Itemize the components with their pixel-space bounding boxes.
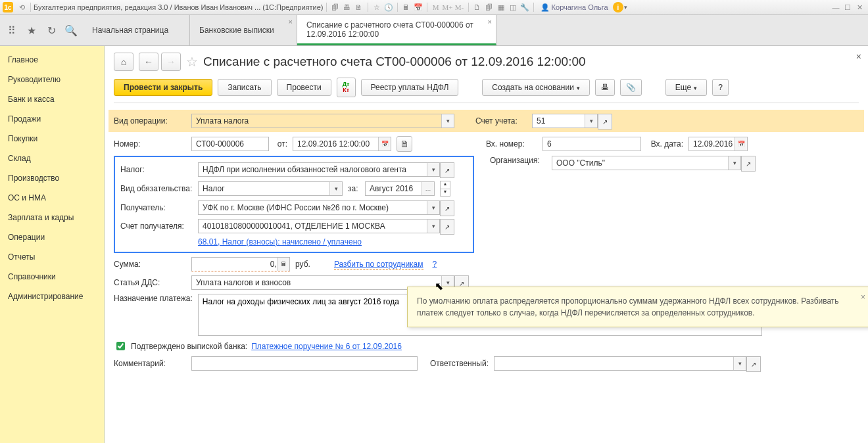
- sidebar-item-assets[interactable]: ОС и НМА: [0, 188, 104, 208]
- sidebar-item-purchases[interactable]: Покупки: [0, 129, 104, 149]
- nav-fwd-button[interactable]: →: [161, 53, 181, 71]
- reg-link[interactable]: 68.01, Налог (взносы): начислено / уплач…: [198, 237, 362, 246]
- recip-acc-input[interactable]: [198, 219, 440, 233]
- doc-icon[interactable]: 🗎: [397, 136, 412, 152]
- save-button[interactable]: Записать: [218, 79, 271, 96]
- post-button[interactable]: Провести: [277, 79, 331, 96]
- home-button[interactable]: ⌂: [114, 53, 133, 71]
- current-user[interactable]: 👤 Корчагина Ольга: [541, 3, 608, 12]
- number-label: Номер:: [114, 139, 186, 149]
- split-link[interactable]: Разбить по сотрудникам: [334, 260, 423, 269]
- search-icon[interactable]: 🔍: [64, 24, 78, 37]
- tax-input[interactable]: [198, 162, 440, 177]
- dropdown-icon[interactable]: ▾: [728, 156, 740, 170]
- minimize-icon[interactable]: —: [831, 2, 841, 12]
- ellipsis-icon[interactable]: …: [422, 182, 434, 195]
- sidebar-item-sales[interactable]: Продажи: [0, 109, 104, 129]
- help-button[interactable]: ?: [712, 79, 729, 96]
- sum-input[interactable]: [191, 257, 290, 271]
- confirmed-checkbox[interactable]: [116, 342, 125, 350]
- open-icon[interactable]: ↗: [598, 114, 612, 129]
- responsible-input[interactable]: [494, 356, 746, 371]
- tooltip-close-icon[interactable]: ×: [861, 291, 865, 303]
- wrench-icon[interactable]: 🔧: [519, 2, 530, 12]
- print-icon[interactable]: 🖶: [342, 2, 352, 12]
- clock-icon[interactable]: 🕓: [383, 2, 394, 12]
- recipient-input[interactable]: [198, 200, 440, 215]
- sidebar-item-main[interactable]: Главное: [0, 50, 104, 70]
- doc-icon[interactable]: 🗎: [354, 2, 364, 12]
- tab-start[interactable]: Начальная страница: [83, 15, 190, 45]
- stepper-down-icon[interactable]: ▼: [441, 189, 450, 197]
- date-input[interactable]: [293, 137, 391, 151]
- tab-close-icon[interactable]: ×: [488, 18, 492, 26]
- dropdown-icon[interactable]: ▾: [329, 182, 342, 195]
- tab-close-icon[interactable]: ×: [289, 18, 293, 26]
- split-help-icon[interactable]: ?: [433, 260, 437, 269]
- ext-number-input[interactable]: [542, 137, 641, 151]
- dropdown-icon[interactable]: ▾: [427, 220, 439, 233]
- sidebar-item-stock[interactable]: Склад: [0, 149, 104, 168]
- oblig-input[interactable]: [198, 181, 343, 196]
- print-button[interactable]: 🖶: [595, 79, 615, 96]
- number-input[interactable]: [191, 137, 269, 151]
- close-form-icon[interactable]: ×: [856, 51, 861, 62]
- attach-button[interactable]: 📎: [620, 79, 642, 96]
- create-based-button[interactable]: Создать на основании▾: [482, 79, 590, 96]
- window-icon[interactable]: ◫: [508, 2, 518, 12]
- dropdown-icon[interactable]: ▾: [733, 357, 746, 370]
- tab-bar: ⠿ ★ ↻ 🔍 Начальная страница Банковские вы…: [0, 15, 868, 46]
- calc-icon[interactable]: 🖩: [277, 258, 289, 271]
- star-outline-icon[interactable]: ☆: [186, 54, 198, 70]
- dtkt-button[interactable]: ДтКт: [337, 78, 356, 97]
- payment-order-link[interactable]: Платежное поручение № 6 от 12.09.2016: [251, 342, 402, 351]
- mminus-icon[interactable]: M-: [454, 2, 465, 12]
- m-icon[interactable]: M: [431, 2, 441, 12]
- open-icon[interactable]: ↗: [440, 219, 454, 235]
- grid-icon[interactable]: ▦: [496, 2, 506, 12]
- mplus-icon[interactable]: M+: [443, 2, 453, 12]
- sidebar-item-operations[interactable]: Операции: [0, 227, 104, 247]
- sidebar-item-reports[interactable]: Отчеты: [0, 247, 104, 267]
- sidebar-item-bank[interactable]: Банк и касса: [0, 89, 104, 109]
- sidebar-item-hr[interactable]: Зарплата и кадры: [0, 208, 104, 227]
- op-type-input[interactable]: [191, 114, 454, 128]
- maximize-icon[interactable]: ☐: [842, 2, 853, 12]
- star-icon[interactable]: ☆: [372, 2, 382, 12]
- favorites-icon[interactable]: ★: [25, 24, 38, 37]
- apps-icon[interactable]: ⠿: [5, 24, 18, 37]
- info-icon[interactable]: i: [613, 2, 623, 12]
- sidebar-item-catalogs[interactable]: Справочники: [0, 267, 104, 287]
- tab-bank[interactable]: Банковские выписки×: [190, 15, 297, 45]
- close-window-icon[interactable]: ✕: [854, 2, 865, 12]
- dropdown-icon[interactable]: ▾: [427, 163, 439, 176]
- open-icon[interactable]: ↗: [440, 200, 454, 216]
- toolbar-icon[interactable]: 🗐: [330, 2, 341, 12]
- sidebar-item-manager[interactable]: Руководителю: [0, 70, 104, 89]
- dropdown-icon[interactable]: ▾: [441, 114, 454, 128]
- new-icon[interactable]: 🗋: [472, 2, 483, 12]
- sidebar-item-admin[interactable]: Администрирование: [0, 287, 104, 306]
- stepper-up-icon[interactable]: ▲: [441, 181, 450, 189]
- sidebar-item-production[interactable]: Производство: [0, 168, 104, 188]
- tab-document[interactable]: Списание с расчетного счета СТ00-000006 …: [297, 15, 496, 45]
- dropdown-icon[interactable]: ▾: [427, 201, 439, 214]
- calendar-icon[interactable]: 📅: [735, 137, 747, 151]
- calc-icon[interactable]: 🖩: [401, 2, 412, 12]
- post-close-button[interactable]: Провести и закрыть: [114, 79, 212, 96]
- period-label: за:: [348, 184, 360, 193]
- copy-icon[interactable]: 🗐: [484, 2, 494, 12]
- ndfl-registry-button[interactable]: Реестр уплаты НДФЛ: [361, 79, 459, 96]
- more-button[interactable]: Еще▾: [665, 79, 707, 96]
- open-icon[interactable]: ↗: [746, 356, 761, 372]
- calendar-icon[interactable]: 📅: [413, 2, 423, 12]
- org-input[interactable]: [552, 156, 741, 170]
- back-icon[interactable]: ⟲: [16, 2, 27, 12]
- dropdown-icon[interactable]: ▾: [585, 114, 597, 128]
- open-icon[interactable]: ↗: [741, 156, 756, 172]
- history-icon[interactable]: ↻: [45, 24, 58, 37]
- comment-input[interactable]: [191, 356, 418, 371]
- calendar-icon[interactable]: 📅: [378, 137, 391, 151]
- nav-back-button[interactable]: ←: [139, 53, 158, 71]
- open-icon[interactable]: ↗: [440, 162, 454, 178]
